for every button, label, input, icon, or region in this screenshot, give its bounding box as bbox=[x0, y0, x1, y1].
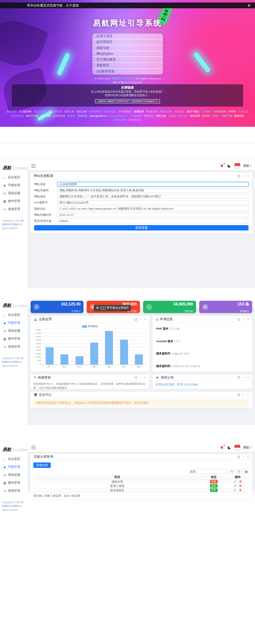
minimize-icon[interactable]: − bbox=[140, 376, 141, 379]
status-badge[interactable]: 正常 bbox=[210, 488, 218, 492]
friend-link[interactable]: 资源分享站 bbox=[33, 110, 46, 113]
minimize-icon[interactable]: − bbox=[242, 174, 244, 178]
friend-link[interactable]: 字体下载 bbox=[222, 115, 232, 118]
friend-link[interactable]: 脚本之家 bbox=[178, 115, 188, 118]
minimize-icon[interactable]: − bbox=[140, 318, 141, 321]
created-date-input[interactable] bbox=[57, 213, 249, 217]
chart-bar[interactable] bbox=[90, 343, 98, 365]
icp-input[interactable] bbox=[57, 200, 249, 205]
edit-icon[interactable] bbox=[233, 488, 237, 492]
table-header-cell[interactable]: 栏目 bbox=[33, 475, 201, 479]
friend-link[interactable]: QQ技术导航 bbox=[48, 110, 62, 113]
sidebar-item[interactable]: ⌂ 后台首页 bbox=[0, 455, 28, 463]
search-input[interactable] bbox=[188, 469, 228, 474]
sidebar-item[interactable]: ▦ 插件管理 bbox=[0, 335, 28, 343]
edit-icon[interactable] bbox=[233, 480, 237, 483]
avatar[interactable] bbox=[234, 445, 240, 451]
stat-card[interactable]: ↓ 34,005,000下载总量 bbox=[143, 301, 196, 313]
hero-menu-item[interactable]: QQ联系客服 bbox=[92, 69, 163, 75]
search-button[interactable] bbox=[229, 469, 235, 474]
sidebar-item[interactable]: ◎ 系统设置 › bbox=[0, 471, 28, 479]
close-icon[interactable]: × bbox=[247, 455, 249, 459]
expand-icon[interactable] bbox=[238, 456, 240, 458]
friend-link[interactable]: 软件库 bbox=[68, 115, 75, 118]
friend-link[interactable]: IP查询 bbox=[228, 110, 236, 113]
chart-bar[interactable] bbox=[60, 354, 68, 365]
sidebar-item[interactable]: ⌂ 后台首页 bbox=[0, 311, 28, 319]
sidebar-item[interactable]: ◈ 导航管理 › bbox=[0, 319, 28, 327]
friend-link[interactable]: 全民辅助网 bbox=[214, 110, 226, 113]
minimize-icon[interactable]: − bbox=[242, 455, 244, 459]
bell-icon[interactable] bbox=[219, 445, 224, 450]
moon-icon[interactable] bbox=[227, 164, 232, 168]
minimize-icon[interactable]: − bbox=[242, 376, 244, 379]
friend-link[interactable]: 爱站工具 bbox=[64, 110, 74, 113]
expand-icon[interactable] bbox=[238, 376, 240, 379]
close-icon[interactable]: × bbox=[247, 318, 249, 321]
friend-link[interactable]: 设计导航 bbox=[41, 115, 51, 118]
sidebar-item[interactable]: ◈ 导航管理 › bbox=[0, 463, 28, 471]
status-badge[interactable]: 正常 bbox=[210, 484, 218, 488]
columns-button[interactable]: ▦ bbox=[243, 469, 249, 474]
user-menu[interactable]: 易航 ▾ bbox=[243, 164, 251, 168]
sidebar-item[interactable]: ◎ 系统设置 › bbox=[0, 189, 28, 197]
friend-link[interactable]: 编程学习网 bbox=[26, 115, 38, 118]
copyright-link[interactable]: 易航网址引导系统 bbox=[112, 77, 135, 80]
friend-link[interactable]: 短网址服务 bbox=[114, 118, 127, 122]
friend-link[interactable]: 站长之家 bbox=[77, 110, 87, 113]
friend-link[interactable]: 易航科技 bbox=[6, 110, 17, 113]
friend-link[interactable]: 素材下载站 bbox=[187, 110, 199, 113]
moon-icon[interactable] bbox=[227, 445, 232, 450]
friend-link[interactable]: 一品资源网 bbox=[129, 115, 141, 118]
friend-link[interactable]: 前端导航 bbox=[234, 115, 244, 118]
hamburger-icon[interactable] bbox=[31, 164, 36, 165]
close-icon[interactable]: × bbox=[144, 376, 146, 379]
edit-icon[interactable] bbox=[233, 484, 237, 487]
table-header-cell[interactable]: 状态 bbox=[201, 475, 226, 479]
friend-link[interactable]: 源码分享 bbox=[190, 115, 200, 118]
close-icon[interactable]: × bbox=[247, 393, 249, 397]
friend-link[interactable]: 虚拟主机 bbox=[144, 115, 154, 118]
sidebar-item[interactable]: ∞ 友链管理 bbox=[0, 205, 28, 213]
friend-link[interactable]: 活动线报 bbox=[77, 115, 87, 118]
close-icon[interactable]: ✕ bbox=[247, 4, 251, 8]
expand-icon[interactable] bbox=[135, 318, 137, 321]
friend-link[interactable]: 游戏辅助网 bbox=[53, 115, 65, 118]
friend-link[interactable]: API接口站 bbox=[146, 110, 158, 113]
user-menu[interactable]: 易航 ▾ bbox=[243, 446, 251, 450]
sidebar-item[interactable]: ◈ 导航管理 › bbox=[0, 182, 28, 189]
minimize-icon[interactable]: − bbox=[242, 393, 244, 397]
chart-bar[interactable] bbox=[76, 356, 83, 365]
friend-link[interactable]: www.qymiao.cn bbox=[109, 115, 127, 118]
hero-menu-item[interactable]: 易航助手 bbox=[92, 63, 163, 68]
friend-link[interactable]: 壁纸站 bbox=[212, 115, 219, 118]
add-category-button[interactable]: 新增分类 bbox=[33, 462, 51, 468]
hero-menu-item[interactable]: 实用工具区 bbox=[92, 33, 163, 39]
sidebar-item[interactable]: ∞ 友链管理 bbox=[0, 343, 28, 351]
hero-menu-item[interactable]: 易航导航 bbox=[92, 45, 163, 51]
minimize-icon[interactable]: − bbox=[242, 318, 244, 321]
friend-link[interactable]: 教程网 bbox=[202, 115, 210, 118]
chart-bar[interactable] bbox=[105, 331, 113, 365]
hero-menu-item[interactable]: 官方通知频道 bbox=[92, 57, 163, 63]
stat-card[interactable]: ✉ 153 条新增网址 bbox=[199, 301, 252, 313]
friend-link[interactable]: 云主机评测 bbox=[11, 115, 24, 118]
chart-legend[interactable]: 新增数据 bbox=[33, 325, 146, 328]
stat-card[interactable]: ¥ 102,125.00今日收入 bbox=[31, 301, 83, 313]
sidebar-item[interactable]: ▦ 插件管理 bbox=[0, 197, 28, 205]
chart-bar[interactable] bbox=[135, 354, 143, 365]
friend-link[interactable]: 音乐解析 bbox=[201, 110, 211, 113]
save-button[interactable]: 保存设置 bbox=[34, 225, 249, 231]
copyright-input[interactable] bbox=[57, 206, 249, 211]
friend-link[interactable]: 影视资源网 bbox=[104, 110, 116, 113]
refresh-button[interactable]: ↻ bbox=[236, 469, 242, 474]
close-icon[interactable]: × bbox=[144, 318, 146, 321]
friend-link[interactable]: 2023影视堂 bbox=[118, 110, 132, 113]
expand-icon[interactable] bbox=[135, 376, 137, 379]
friend-link[interactable]: 小刀娱乐网 bbox=[19, 110, 31, 113]
expand-icon[interactable] bbox=[238, 394, 240, 396]
chart-bar[interactable] bbox=[120, 340, 128, 365]
status-badge[interactable]: 禁用 bbox=[210, 480, 218, 483]
friend-link[interactable]: 博客园导航 bbox=[160, 110, 172, 113]
friend-link[interactable]: 域名注册 bbox=[156, 115, 166, 118]
